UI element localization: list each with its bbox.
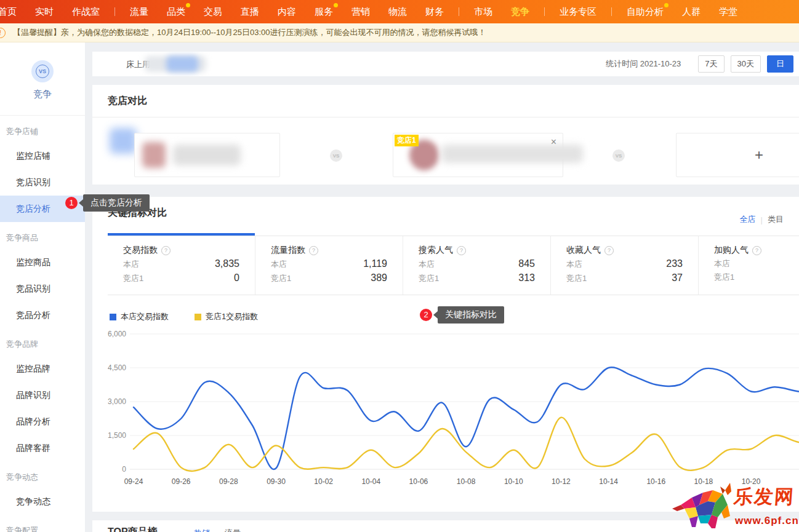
tab-traffic[interactable]: 流量: [225, 528, 241, 532]
sidebar-group-header: 竞争店铺: [0, 116, 85, 143]
info-icon[interactable]: ?: [604, 246, 614, 255]
x-axis-tick: 09-26: [172, 477, 191, 486]
sidebar-item-监控店铺[interactable]: 监控店铺: [0, 143, 85, 169]
chart-legend: 本店交易指数竞店1交易指数: [110, 311, 284, 322]
nav-item-服务[interactable]: 服务: [305, 0, 342, 23]
metric-card-交易指数[interactable]: 交易指数?本店3,835竞店10: [108, 236, 255, 295]
sidebar-item-品牌分析[interactable]: 品牌分析: [0, 408, 85, 435]
sidebar-item-监控品牌[interactable]: 监控品牌: [0, 355, 85, 382]
sidebar-item-品牌客群[interactable]: 品牌客群: [0, 435, 85, 461]
stat-time-label: 统计时间: [606, 59, 638, 68]
competitor-tag: 竞店1: [395, 135, 419, 146]
x-axis-tick: 10-16: [646, 477, 665, 486]
metric-card-搜索人气[interactable]: 搜索人气?本店845竞店1313: [403, 236, 551, 295]
sidebar-item-竞店识别[interactable]: 竞店识别: [0, 169, 85, 196]
tab-hot-sale[interactable]: 热销: [194, 528, 210, 532]
my-store-card[interactable]: [134, 133, 280, 177]
range-button-7天[interactable]: 7天: [698, 55, 724, 73]
nav-item-直播[interactable]: 直播: [231, 0, 268, 23]
metric-row: 竞店1: [714, 272, 799, 283]
x-axis-tick: 09-30: [267, 477, 286, 486]
nav-item-实时[interactable]: 实时: [26, 0, 63, 23]
nav-item-品类[interactable]: 品类: [158, 0, 195, 23]
sidebar-item-竞品分析[interactable]: 竞品分析: [0, 302, 85, 328]
metric-row-value: 845: [518, 258, 535, 269]
y-axis-tick: 0: [122, 465, 126, 474]
metric-row-label: 本店: [419, 259, 435, 270]
scope-tab-全店[interactable]: 全店: [740, 214, 756, 225]
competitor-name-blob: [441, 145, 583, 163]
category-area: 床上用: [108, 52, 606, 76]
x-axis-tick: 09-24: [124, 477, 143, 486]
metric-row: 竞店137: [566, 272, 683, 284]
kpi-panel: 关键指标对比 全店|类目 交易指数?本店3,835竞店10流量指数?本店1,11…: [92, 197, 799, 512]
nav-item-市场[interactable]: 市场: [465, 0, 502, 23]
sidebar-group-header: 竞争商品: [0, 222, 85, 249]
y-axis-tick: 6,000: [108, 330, 126, 338]
notice-bar: ! 【温馨提醒】亲，为确保您的数据稳定，10月24日19:00--10月25日0…: [0, 23, 799, 42]
sidebar-item-品牌识别[interactable]: 品牌识别: [0, 382, 85, 408]
nav-item-物流[interactable]: 物流: [379, 0, 416, 23]
metric-row: 本店233: [566, 258, 683, 270]
nav-item-流量[interactable]: 流量: [121, 0, 158, 23]
vs-icon: VS: [330, 149, 342, 162]
tooltip-arrow: [79, 199, 83, 207]
metric-card-加购人气[interactable]: 加购人气?本店竞店1: [699, 236, 799, 295]
y-axis-tick: 4,500: [108, 363, 126, 372]
legend-label: 竞店1交易指数: [206, 311, 258, 322]
stat-controls: 统计时间 2021-10-23 7天30天日: [606, 55, 784, 73]
divider: [92, 117, 799, 117]
metric-row: 本店3,835: [123, 258, 239, 270]
my-store-name-blob: [173, 145, 241, 165]
nav-item-作战室[interactable]: 作战室: [63, 0, 109, 23]
info-icon[interactable]: ?: [309, 246, 318, 255]
nav-item-首页[interactable]: 首页: [0, 0, 26, 23]
info-icon[interactable]: ?: [161, 246, 171, 255]
sidebar-item-竞品识别[interactable]: 竞品识别: [0, 276, 85, 302]
top-nav: 首页实时作战室流量品类交易直播内容服务营销物流财务市场竞争业务专区自助分析人群学…: [0, 0, 799, 23]
nav-item-人群[interactable]: 人群: [673, 0, 710, 23]
metric-row-value: 313: [518, 272, 535, 284]
info-icon[interactable]: ?: [457, 246, 466, 255]
legend-swatch: [195, 314, 201, 320]
metric-row-label: 竞店1: [566, 273, 587, 284]
y-axis-tick: 3,000: [108, 397, 126, 406]
nav-item-学堂[interactable]: 学堂: [710, 0, 747, 23]
watermark-site-url: www.6pf.cn: [735, 515, 799, 527]
nav-item-交易[interactable]: 交易: [195, 0, 231, 23]
top-items-title: TOP商品榜: [108, 526, 158, 532]
coach-mark-1: 1 点击竞店分析: [65, 194, 150, 212]
store-compare-title: 竞店对比: [108, 95, 147, 108]
nav-item-业务专区[interactable]: 业务专区: [550, 0, 606, 23]
nav-item-竞争[interactable]: 竞争: [502, 0, 539, 23]
range-button-30天[interactable]: 30天: [731, 55, 761, 73]
metric-card-流量指数[interactable]: 流量指数?本店1,119竞店1389: [255, 236, 403, 295]
close-icon[interactable]: ×: [551, 137, 556, 147]
nav-item-营销[interactable]: 营销: [342, 0, 379, 23]
sidebar-item-竞争动态[interactable]: 竞争动态: [0, 488, 85, 515]
x-axis-tick: 10-04: [361, 477, 380, 486]
trend-line-chart[interactable]: 01,5003,0004,5006,00009-2409-2609-2809-3…: [108, 329, 799, 495]
range-button-日[interactable]: 日: [767, 55, 793, 73]
sidebar-menu: 竞争店铺监控店铺竞店识别竞店分析竞争商品监控商品竞品识别竞品分析竞争品牌监控品牌…: [0, 116, 85, 532]
coach-mark-2: 2 关键指标对比: [420, 306, 504, 324]
info-icon[interactable]: ?: [752, 246, 761, 255]
metric-card-收藏人气[interactable]: 收藏人气?本店233竞店137: [551, 236, 699, 295]
metric-row-value: 0: [234, 272, 239, 284]
nav-item-内容[interactable]: 内容: [268, 0, 305, 23]
step-badge-2: 2: [420, 309, 432, 321]
add-competitor-card[interactable]: +: [676, 133, 799, 177]
legend-item-竞店1交易指数[interactable]: 竞店1交易指数: [195, 311, 258, 322]
nav-item-自助分析[interactable]: 自助分析: [617, 0, 673, 23]
legend-item-本店交易指数[interactable]: 本店交易指数: [110, 311, 169, 322]
tooltip-arrow: [433, 311, 438, 319]
site-watermark: 乐发网 www.6pf.cn: [671, 480, 799, 532]
metric-row: 竞店10: [123, 272, 239, 284]
main-topbar: 床上用 统计时间 2021-10-23 7天30天日: [92, 52, 799, 76]
competitor-store-card[interactable]: 竞店1 ×: [393, 133, 563, 177]
sidebar-item-监控商品[interactable]: 监控商品: [0, 249, 85, 276]
scope-tab-类目[interactable]: 类目: [768, 214, 784, 225]
watermark-site-name: 乐发网: [733, 484, 796, 510]
nav-item-财务[interactable]: 财务: [416, 0, 453, 23]
sidebar-group-header: 竞争配置: [0, 515, 85, 532]
